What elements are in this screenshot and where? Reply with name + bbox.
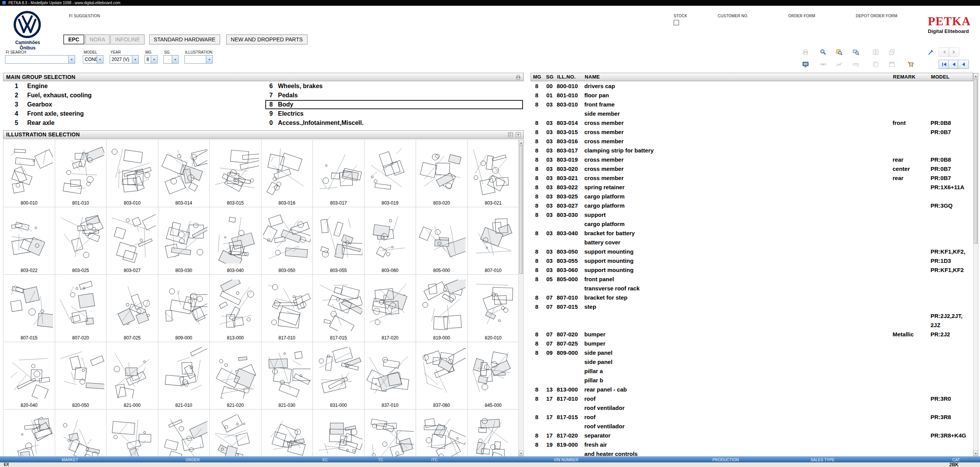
illustration-thumb[interactable] bbox=[107, 410, 158, 456]
find-icon[interactable] bbox=[834, 48, 845, 57]
parts-table-row[interactable]: 817817-015roofPR:3R8 bbox=[531, 413, 973, 422]
parts-table-row[interactable]: 2JZ bbox=[531, 321, 973, 330]
parts-table-row[interactable]: 807807-010bracket for step bbox=[531, 293, 973, 302]
main-group-item-2[interactable]: 2Fuel, exhaust, cooling bbox=[3, 91, 264, 100]
illustration-thumb-820-050[interactable]: 820-050 bbox=[55, 342, 107, 410]
parts-table-row[interactable]: side panel bbox=[531, 357, 973, 367]
illustration-thumb-803-021[interactable]: 803-021 bbox=[468, 140, 519, 207]
illustration-thumb-801-010[interactable]: 801-010 bbox=[55, 140, 107, 207]
parts-table-row[interactable]: 805805-000front panel bbox=[531, 275, 973, 284]
illustration-thumb[interactable] bbox=[365, 410, 416, 456]
illustration-thumb-809-000[interactable]: 809-000 bbox=[158, 275, 210, 342]
parts-table-row[interactable]: cargo platform bbox=[531, 220, 973, 229]
parts-table-row[interactable]: 817817-020separatorPR:3R8+K4G bbox=[531, 431, 973, 440]
illustration-thumb-803-016[interactable]: 803-016 bbox=[261, 140, 313, 207]
illustration-thumb-803-030[interactable]: 803-030 bbox=[158, 207, 210, 275]
main-group-item-3[interactable]: 3Gearbox bbox=[3, 100, 264, 109]
filter-combo-sg[interactable]: ▼ bbox=[163, 55, 179, 64]
parts-table-row[interactable]: 807807-015step bbox=[531, 302, 973, 311]
parts-table-row[interactable]: 813813-000rear panel - cab bbox=[531, 385, 973, 394]
stock-checkbox[interactable] bbox=[674, 20, 679, 25]
illustration-thumb-821-000[interactable]: 821-000 bbox=[107, 342, 158, 410]
parts-table-row[interactable]: 817817-010roofPR:3R0 bbox=[531, 394, 973, 403]
parts-table-row[interactable]: 807807-025bumper bbox=[531, 339, 973, 348]
illustration-thumb-837-060[interactable]: 837-060 bbox=[416, 342, 468, 410]
illustration-thumb-845-000[interactable]: 845-000 bbox=[468, 342, 519, 410]
illustration-thumb[interactable] bbox=[55, 410, 107, 456]
list-view-icon[interactable] bbox=[507, 131, 514, 138]
parts-table-row[interactable]: 807807-020bumperMetallicPR:2J2 bbox=[531, 330, 973, 339]
illustration-thumb[interactable] bbox=[3, 410, 55, 456]
illustration-thumb-803-027[interactable]: 803-027 bbox=[107, 207, 158, 275]
parts-table-row[interactable]: transverse roof rack bbox=[531, 284, 973, 293]
parts-table-row[interactable]: side member bbox=[531, 109, 973, 118]
scroll-up-icon[interactable]: ▲ bbox=[519, 140, 523, 145]
print-selection-icon[interactable] bbox=[515, 74, 521, 80]
tab-standard-hardware[interactable]: STANDARD HARDWARE bbox=[149, 34, 220, 44]
illustration-thumb[interactable] bbox=[468, 410, 519, 456]
illustration-thumb-803-014[interactable]: 803-014 bbox=[158, 140, 210, 207]
parts-table-row[interactable]: pillar b bbox=[531, 376, 973, 385]
illustration-thumb-821-030[interactable]: 821-030 bbox=[261, 342, 313, 410]
illustration-scrollbar[interactable]: ▲ ▼ bbox=[518, 139, 524, 456]
dropdown-arrow-icon[interactable]: ▼ bbox=[97, 56, 103, 63]
parts-table-row[interactable]: and heater controls bbox=[531, 449, 973, 456]
illustration-thumb-803-019[interactable]: 803-019 bbox=[365, 140, 416, 207]
illustration-thumb-803-010[interactable]: 803-010 bbox=[107, 140, 158, 207]
illustration-thumb-817-010[interactable]: 817-010 bbox=[261, 275, 313, 342]
filter-combo-model[interactable]: COND▼ bbox=[83, 55, 104, 64]
illustration-thumb-813-000[interactable]: 813-000 bbox=[210, 275, 261, 342]
illustration-thumb[interactable] bbox=[416, 410, 468, 456]
illustration-thumb-819-000[interactable]: 819-000 bbox=[416, 275, 468, 342]
photo-zoom-icon[interactable] bbox=[850, 48, 861, 57]
illustration-thumb-807-025[interactable]: 807-025 bbox=[107, 275, 158, 342]
illustration-thumb-803-060[interactable]: 803-060 bbox=[365, 207, 416, 275]
zoom-icon[interactable] bbox=[817, 48, 829, 57]
illustration-thumb-805-000[interactable]: 805-000 bbox=[416, 207, 468, 275]
dropdown-arrow-icon[interactable]: ▼ bbox=[206, 56, 212, 63]
nav-prev2-icon[interactable] bbox=[958, 60, 969, 69]
parts-table-row[interactable]: 803803-050support mountingPR:KF1,KF2, bbox=[531, 247, 973, 256]
main-group-item-0[interactable]: 0Access.,Infotainment,Miscell. bbox=[265, 118, 523, 128]
filter-combo-fi-search[interactable]: ▼ bbox=[5, 55, 75, 64]
parts-table-row[interactable]: 803803-027cargo platformPR:3GQ bbox=[531, 201, 973, 210]
illustration-thumb-803-055[interactable]: 803-055 bbox=[313, 207, 365, 275]
illustration-thumb-821-010[interactable]: 821-010 bbox=[158, 342, 210, 410]
scroll-thumb[interactable] bbox=[974, 79, 978, 244]
illustration-thumb-803-040[interactable]: 803-040 bbox=[210, 207, 261, 275]
main-group-item-1[interactable]: 1Engine bbox=[3, 82, 264, 91]
table-scrollbar[interactable]: ▲ ▼ bbox=[973, 73, 978, 456]
tab-nora[interactable]: NORA bbox=[85, 34, 110, 44]
illustration-thumb[interactable] bbox=[210, 410, 261, 456]
illustration-thumb-803-050[interactable]: 803-050 bbox=[261, 207, 313, 275]
main-group-item-8[interactable]: 8Body bbox=[265, 100, 523, 109]
tab-new-and-dropped-parts[interactable]: NEW AND DROPPED PARTS bbox=[226, 34, 307, 44]
illustration-thumb[interactable] bbox=[261, 410, 313, 456]
parts-table-row[interactable]: PR:2J2,2JT, bbox=[531, 311, 973, 321]
parts-table-row[interactable]: 803803-025cargo platform bbox=[531, 192, 973, 201]
parts-table-row[interactable]: 803803-022spring retainerPR:1X6+11A bbox=[531, 183, 973, 192]
parts-table-row[interactable]: 803803-020cross membercenterPR:0B7 bbox=[531, 164, 973, 174]
illustration-thumb-807-010[interactable]: 807-010 bbox=[468, 207, 519, 275]
dropdown-arrow-icon[interactable]: ▼ bbox=[151, 56, 157, 63]
main-group-item-9[interactable]: 9Electrics bbox=[265, 109, 523, 118]
scroll-up-icon[interactable]: ▲ bbox=[973, 73, 978, 79]
illustration-thumb[interactable] bbox=[313, 410, 365, 456]
illustration-thumb-807-015[interactable]: 807-015 bbox=[3, 275, 55, 342]
main-group-item-6[interactable]: 6Wheels, brakes bbox=[265, 82, 523, 91]
parts-table-row[interactable]: 803803-015cross memberPR:0B7 bbox=[531, 128, 973, 137]
filter-combo-year[interactable]: 2027 (V)▼ bbox=[110, 55, 139, 64]
parts-table-row[interactable]: 819819-000fresh air bbox=[531, 440, 973, 449]
illustration-thumb-820-010[interactable]: 820-010 bbox=[468, 275, 519, 342]
parts-table-row[interactable]: roof ventilador bbox=[531, 422, 973, 431]
filter-combo-illustration[interactable]: ▼ bbox=[184, 55, 213, 64]
parts-table-row[interactable]: 803803-014cross memberfrontPR:0B8 bbox=[531, 118, 973, 128]
illustration-thumb-803-015[interactable]: 803-015 bbox=[210, 140, 261, 207]
screen-icon[interactable] bbox=[800, 60, 811, 69]
illustration-thumb-803-017[interactable]: 803-017 bbox=[313, 140, 365, 207]
illustration-thumb-803-020[interactable]: 803-020 bbox=[416, 140, 468, 207]
parts-table-row[interactable]: 803803-021cross memberrearPR:0B7 bbox=[531, 174, 973, 183]
main-group-item-4[interactable]: 4Front axle, steering bbox=[3, 109, 264, 118]
scroll-down-icon[interactable]: ▼ bbox=[519, 451, 523, 456]
parts-table-row[interactable]: 800800-010drivers cap bbox=[531, 82, 973, 91]
